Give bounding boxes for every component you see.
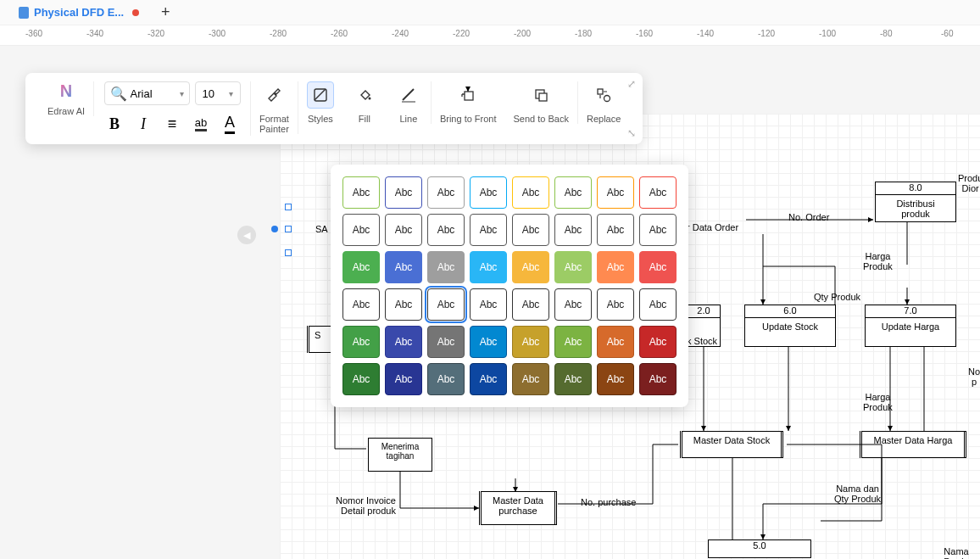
replace-section: Replace bbox=[578, 81, 629, 124]
style-swatch[interactable]: Abc bbox=[597, 363, 634, 395]
align-button[interactable]: ≡ bbox=[160, 112, 184, 136]
format-painter-button[interactable] bbox=[260, 81, 287, 109]
style-swatch[interactable]: Abc bbox=[597, 214, 634, 246]
new-tab-button[interactable]: + bbox=[156, 3, 175, 22]
style-swatch[interactable]: Abc bbox=[639, 326, 677, 358]
node-master-stock-label: Master Data Stock bbox=[693, 435, 770, 445]
style-swatch[interactable]: Abc bbox=[342, 176, 380, 209]
node-70[interactable]: 7.0 Update Harga bbox=[865, 305, 956, 347]
document-tab[interactable]: Physical DFD E... bbox=[8, 1, 149, 25]
style-swatch[interactable]: Abc bbox=[554, 288, 592, 321]
label-nomor-invoice: Nomor Invoice Detail produk bbox=[336, 495, 396, 516]
style-swatch[interactable]: Abc bbox=[597, 176, 634, 209]
style-swatch[interactable]: Abc bbox=[342, 363, 380, 395]
ruler-tick: -260 bbox=[331, 29, 348, 38]
style-swatch[interactable]: Abc bbox=[639, 288, 677, 321]
style-swatch[interactable]: Abc bbox=[554, 214, 592, 246]
style-swatch[interactable]: Abc bbox=[470, 251, 507, 283]
styles-icon bbox=[312, 87, 329, 103]
nav-left-button[interactable]: ◀ bbox=[237, 226, 256, 244]
style-swatch[interactable]: Abc bbox=[385, 176, 422, 209]
style-swatch[interactable]: Abc bbox=[427, 326, 465, 358]
style-swatch[interactable]: Abc bbox=[639, 251, 677, 283]
style-swatch[interactable]: Abc bbox=[512, 251, 549, 283]
ruler-tick: -100 bbox=[819, 29, 836, 38]
style-swatch[interactable]: Abc bbox=[512, 176, 549, 209]
node-master-stock[interactable]: Master Data Stock bbox=[680, 431, 783, 458]
node-master-harga[interactable]: Master Data Harga bbox=[860, 431, 966, 458]
text-color-button[interactable]: A bbox=[218, 112, 242, 136]
expand-icon[interactable]: ⤡ bbox=[627, 127, 636, 139]
style-swatch[interactable]: Abc bbox=[639, 214, 677, 246]
style-swatch[interactable]: Abc bbox=[639, 363, 677, 395]
style-swatch[interactable]: Abc bbox=[512, 326, 549, 358]
node-master-purchase[interactable]: Master Data purchase bbox=[479, 491, 557, 525]
font-size-select[interactable]: 10 ▾ bbox=[195, 81, 241, 105]
style-swatch[interactable]: Abc bbox=[597, 288, 634, 321]
style-swatch[interactable]: Abc bbox=[385, 363, 422, 395]
styles-button[interactable] bbox=[307, 81, 334, 109]
style-swatch[interactable]: Abc bbox=[470, 288, 507, 321]
style-swatch[interactable]: Abc bbox=[342, 214, 380, 246]
pin-icon[interactable]: ⤢ bbox=[627, 78, 636, 90]
node-60[interactable]: 6.0 Update Stock bbox=[744, 305, 836, 347]
font-family-input[interactable] bbox=[131, 87, 176, 100]
style-swatch[interactable]: Abc bbox=[342, 288, 380, 321]
style-swatch[interactable]: Abc bbox=[385, 326, 422, 358]
style-swatch[interactable]: Abc bbox=[427, 288, 465, 321]
style-swatch[interactable]: Abc bbox=[385, 251, 422, 283]
edraw-ai-icon[interactable]: N bbox=[60, 81, 72, 101]
style-swatch[interactable]: Abc bbox=[342, 326, 380, 358]
style-swatch[interactable]: Abc bbox=[597, 251, 634, 283]
send-to-back-button[interactable] bbox=[527, 81, 554, 109]
fill-label: Fill bbox=[359, 114, 370, 124]
send-back-icon bbox=[532, 87, 549, 103]
style-swatch[interactable]: Abc bbox=[385, 214, 422, 246]
style-swatch[interactable]: Abc bbox=[427, 251, 465, 283]
style-swatch[interactable]: Abc bbox=[470, 363, 507, 395]
style-swatch[interactable]: Abc bbox=[427, 363, 465, 395]
node-50[interactable]: 5.0 bbox=[708, 539, 811, 558]
file-icon bbox=[19, 7, 29, 19]
svg-rect-2 bbox=[465, 92, 473, 100]
bring-to-front-button[interactable] bbox=[454, 81, 482, 109]
node-menerima-label: Menerima tagihan bbox=[381, 442, 419, 461]
text-bg-button[interactable]: ab bbox=[189, 112, 213, 136]
style-swatch[interactable]: Abc bbox=[554, 251, 592, 283]
bold-button[interactable]: B bbox=[103, 112, 126, 136]
ruler-tick: -340 bbox=[86, 29, 103, 38]
tab-title: Physical DFD E... bbox=[34, 6, 124, 19]
style-swatch[interactable]: Abc bbox=[470, 176, 507, 209]
fill-section: Fill bbox=[342, 81, 387, 124]
style-swatch[interactable]: Abc bbox=[512, 288, 549, 321]
line-button[interactable] bbox=[395, 81, 422, 109]
style-swatch[interactable]: Abc bbox=[554, 363, 592, 395]
node-60-label: Update Stock bbox=[762, 321, 818, 332]
label-harga-produk2: Harga Produk bbox=[863, 392, 893, 412]
fill-icon bbox=[356, 87, 373, 103]
style-swatch[interactable]: Abc bbox=[385, 288, 422, 321]
node-distribusi[interactable]: 8.0 Distribusi produk bbox=[875, 182, 956, 222]
connection-point-icon[interactable] bbox=[271, 226, 278, 232]
style-swatch[interactable]: Abc bbox=[470, 326, 507, 358]
style-swatch[interactable]: Abc bbox=[342, 251, 380, 283]
style-swatch[interactable]: Abc bbox=[427, 176, 465, 209]
style-swatch[interactable]: Abc bbox=[639, 176, 677, 209]
font-family-select[interactable]: 🔍 ▾ bbox=[104, 81, 190, 105]
style-swatch[interactable]: Abc bbox=[512, 214, 549, 246]
style-swatch[interactable]: Abc bbox=[427, 214, 465, 246]
fill-button[interactable] bbox=[351, 81, 378, 109]
search-icon: 🔍 bbox=[110, 86, 127, 102]
style-swatch[interactable]: Abc bbox=[554, 176, 592, 209]
canvas-area[interactable]: ◀ SA S Menerima tagihan Nomor Invoice De… bbox=[0, 46, 980, 559]
node-menerima[interactable]: Menerima tagihan bbox=[368, 438, 432, 472]
style-swatch[interactable]: Abc bbox=[597, 326, 634, 358]
replace-button[interactable] bbox=[590, 81, 617, 109]
style-swatch[interactable]: Abc bbox=[554, 326, 592, 358]
send-back-label: Send to Back bbox=[514, 114, 569, 124]
italic-button[interactable]: I bbox=[131, 112, 155, 136]
style-swatch[interactable]: Abc bbox=[470, 214, 507, 246]
label-no-purchase: No. purchase bbox=[581, 497, 636, 507]
bring-front-label: Bring to Front bbox=[440, 114, 497, 124]
style-swatch[interactable]: Abc bbox=[512, 363, 549, 395]
